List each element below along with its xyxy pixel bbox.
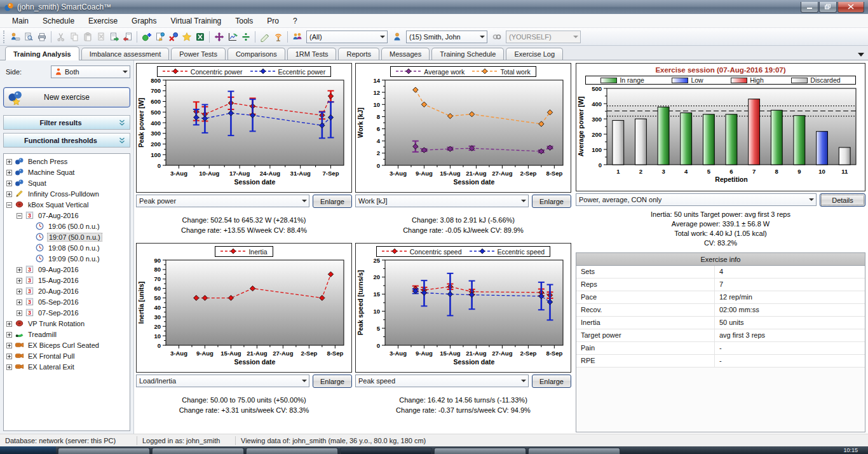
taskbar-app-button[interactable] (58, 448, 150, 454)
menu-item-graphs[interactable]: Graphs (125, 15, 163, 27)
athlete-combo[interactable]: (15) Smith, John (406, 31, 487, 43)
menu-item-pro[interactable]: Pro (260, 15, 286, 27)
menu-item-main[interactable]: Main (5, 15, 36, 27)
user-session-icon[interactable] (8, 30, 22, 44)
enlarge-button-inertia[interactable]: Enlarge (313, 375, 352, 388)
delete-icon[interactable] (166, 30, 180, 44)
send-icon[interactable] (258, 30, 271, 44)
expand-icon[interactable] (6, 158, 12, 164)
print-preview-icon[interactable] (22, 30, 35, 44)
chevron-down-icon (377, 31, 387, 43)
tree-item-machine-squat[interactable]: Machine Squat (4, 167, 130, 177)
person-icon[interactable] (390, 30, 403, 44)
expand-icon[interactable] (6, 169, 12, 175)
tree-item-bench-press[interactable]: Bench Press (4, 156, 130, 167)
tab-messages[interactable]: Messages (381, 48, 430, 60)
tab-comparisons[interactable]: Comparisons (227, 48, 285, 60)
tree-item-ex-lateral-exit[interactable]: EX Lateral Exit (4, 361, 130, 372)
expand-icon[interactable] (6, 353, 12, 359)
tree-item-20-aug-2016[interactable]: 320-Aug-2016 (4, 285, 130, 296)
tree-item-19-06-50-0-n-u[interactable]: 19:06 (50.0 n.u.) (4, 221, 130, 231)
expand-icon[interactable] (17, 266, 22, 272)
tree-item-09-aug-2016[interactable]: 309-Aug-2016 (4, 264, 130, 275)
collapse-icon[interactable] (6, 202, 12, 207)
tree-item-kbox-squat-vertical[interactable]: kBox Squat Vertical (4, 199, 130, 210)
tab-1rm-tests[interactable]: 1RM Tests (287, 48, 337, 60)
tree-item-19-07-50-0-n-u[interactable]: 19:07 (50.0 n.u.) (4, 231, 130, 242)
functional-thresholds-header[interactable]: Functional thresholds (3, 133, 130, 148)
chart-metric-combo-peak-speed[interactable]: Peak speed (355, 375, 529, 387)
menu-item-schedule[interactable]: Schedule (36, 15, 81, 27)
expand-icon[interactable] (6, 331, 12, 337)
expand-icon[interactable] (17, 310, 22, 315)
export-doc-icon[interactable] (107, 30, 121, 44)
expand-icon[interactable] (6, 191, 12, 196)
minimize-button[interactable] (801, 2, 818, 13)
chart-metric-combo-peak-power[interactable]: Peak power (136, 195, 309, 207)
taskbar-app-button[interactable] (340, 448, 432, 454)
chart-refresh-icon[interactable] (226, 30, 239, 44)
session-metric-combo[interactable]: Power, average, CON only (576, 193, 817, 206)
favorite-icon[interactable] (180, 30, 193, 44)
taskbar-app-button[interactable] (434, 448, 526, 454)
taskbar-app-button[interactable] (528, 448, 620, 454)
tree-item-ex-biceps-curl-seated[interactable]: EX Biceps Curl Seated (4, 340, 130, 350)
expand-icon[interactable] (6, 342, 12, 348)
divide-icon[interactable] (239, 30, 252, 44)
group-icon[interactable] (290, 30, 304, 44)
tree-item-15-aug-2016[interactable]: 315-Aug-2016 (4, 275, 130, 285)
taskbar-app-button[interactable] (152, 448, 244, 454)
tree-item-vp-trunk-rotation[interactable]: VP Trunk Rotation (4, 318, 130, 329)
restore-button[interactable] (819, 2, 837, 13)
expand-icon[interactable] (6, 320, 12, 326)
start-button[interactable] (0, 446, 56, 454)
print-icon[interactable] (35, 30, 48, 44)
menu-item-exercise[interactable]: Exercise (81, 15, 125, 27)
tree-item-treadmill[interactable]: Treadmill (4, 329, 130, 340)
chart-metric-combo-inertia[interactable]: Load/Inertia (136, 375, 309, 387)
add-icon[interactable] (140, 30, 153, 44)
tab-training-schedule[interactable]: Training Schedule (431, 48, 504, 60)
tree-item-19-09-50-0-n-u[interactable]: 19:09 (50.0 n.u.) (4, 253, 130, 264)
group-filter-combo[interactable]: (All) (306, 31, 388, 43)
expand-icon[interactable] (17, 299, 22, 305)
collapse-icon[interactable] (17, 212, 22, 218)
tree-item-squat[interactable]: Squat (4, 177, 130, 188)
broadcast-icon[interactable] (271, 30, 285, 44)
import-doc-icon[interactable] (121, 30, 134, 44)
move-icon[interactable] (212, 30, 226, 44)
filter-results-header[interactable]: Filter results (3, 115, 130, 130)
tree-item-ex-frontal-pull[interactable]: EX Frontal Pull (4, 350, 130, 361)
tab-overflow-icon[interactable] (858, 53, 864, 57)
enlarge-button-peak-speed[interactable]: Enlarge (532, 375, 571, 388)
new-exercise-button[interactable]: New exercise (3, 87, 130, 107)
excel-export-icon[interactable] (193, 30, 207, 44)
enlarge-button-peak-power[interactable]: Enlarge (313, 195, 352, 208)
side-combo[interactable]: Both (51, 65, 130, 78)
svg-text:15-Aug: 15-Aug (440, 350, 460, 357)
tree-item-infinity-cross-pulldown[interactable]: Infinity Cross-Pulldown (4, 188, 130, 199)
expand-icon[interactable] (17, 277, 22, 283)
toolbar-grip[interactable] (3, 31, 6, 43)
menu-item-tools[interactable]: Tools (228, 15, 260, 27)
tab-exercise-log[interactable]: Exercise Log (506, 48, 563, 60)
details-button[interactable]: Details (820, 193, 865, 207)
expand-icon[interactable] (6, 180, 12, 186)
tab-power-tests[interactable]: Power Tests (171, 48, 226, 60)
tab-imbalance-assessment[interactable]: Imbalance assessment (81, 48, 170, 60)
expand-icon[interactable] (17, 288, 22, 294)
close-button[interactable] (837, 2, 864, 13)
tree-item-07-aug-2016[interactable]: 307-Aug-2016 (4, 210, 130, 221)
tab-reports[interactable]: Reports (338, 48, 379, 60)
edit-icon[interactable] (153, 30, 166, 44)
tree-item-07-sep-2016[interactable]: 307-Sep-2016 (4, 307, 130, 318)
enlarge-button-work[interactable]: Enlarge (532, 195, 571, 208)
tab-training-analysis[interactable]: Training Analysis (5, 46, 79, 60)
tree-item-19-08-50-0-n-u[interactable]: 19:08 (50.0 n.u.) (4, 242, 130, 253)
tree-item-05-sep-2016[interactable]: 305-Sep-2016 (4, 296, 130, 307)
taskbar-app-button[interactable] (246, 448, 338, 454)
expand-icon[interactable] (6, 364, 12, 369)
menu-item-virtual-training[interactable]: Virtual Training (163, 15, 228, 27)
chart-metric-combo-work[interactable]: Work [kJ] (355, 195, 529, 207)
menu-item-[interactable]: ? (286, 15, 304, 27)
